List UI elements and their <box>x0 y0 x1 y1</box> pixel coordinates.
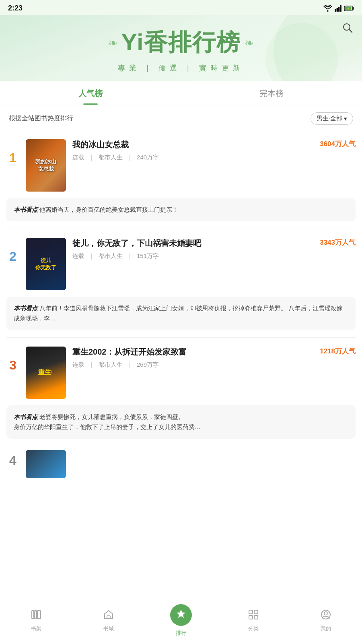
svg-point-8 <box>343 24 350 30</box>
book-title-1[interactable]: 我的冰山女总裁 <box>72 139 316 150</box>
filter-btn-label: 男生·全部 <box>317 115 342 122</box>
nav-mine[interactable]: 我的 <box>310 609 342 632</box>
book-title-3[interactable]: 重生2002：从拆迁开始发家致富 <box>72 347 316 357</box>
nav-ranking[interactable]: 排行 <box>165 604 197 637</box>
svg-rect-18 <box>254 615 258 619</box>
book-meta-1: 连载 ｜ 都市人生 ｜ 240万字 <box>72 154 356 161</box>
book-popularity-1: 3604万人气 <box>320 139 356 149</box>
book-meta-2: 连载 ｜ 都市人生 ｜ 151万字 <box>72 252 356 260</box>
banner-subtitle: 專業 | 優選 | 實時更新 <box>8 60 354 81</box>
signal-icon <box>335 5 342 12</box>
svg-marker-14 <box>177 609 185 618</box>
tab-popular[interactable]: 人气榜 <box>0 81 181 105</box>
book-main-row-1: 1 我的冰山女总裁 3604万人气 连载 ｜ 都市人生 ｜ 240万字 <box>6 130 356 198</box>
nav-bookshelf-label: 书架 <box>31 625 41 632</box>
svg-rect-16 <box>254 610 258 614</box>
bookshelf-icon <box>31 609 42 623</box>
rank-number-3: 3 <box>6 358 19 373</box>
banner-title-text: Yi香排行榜 <box>121 27 241 58</box>
status-time: 2:23 <box>8 4 23 12</box>
svg-rect-1 <box>337 8 338 12</box>
dropdown-icon: ▾ <box>344 115 347 122</box>
laurel-left-icon: ❧ <box>108 36 117 50</box>
svg-line-9 <box>350 30 352 33</box>
book-main-row-2: 2 徒儿，你无敌了，下山祸害未婚妻吧 3343万人气 连载 ｜ 都市人生 ｜ 1… <box>6 229 356 297</box>
book-status-1: 连载 <box>72 154 84 161</box>
highlight-label-1: 本书看点 <box>14 206 38 213</box>
mine-icon <box>320 609 331 623</box>
book-info-2: 徒儿，你无敌了，下山祸害未婚妻吧 3343万人气 连载 ｜ 都市人生 ｜ 151… <box>72 238 356 260</box>
book-genre-3: 都市人生 <box>99 361 123 369</box>
nav-categories-label: 分类 <box>248 625 259 632</box>
book-entry-3: 3 重生2002：从拆迁开始发家致富 1218万人气 连载 ｜ 都市人生 ｜ 2… <box>6 338 356 439</box>
book-list: 1 我的冰山女总裁 3604万人气 连载 ｜ 都市人生 ｜ 240万字 本书看点… <box>0 130 362 478</box>
filter-label: 根据全站图书热度排行 <box>9 114 73 123</box>
book-cover-1[interactable] <box>26 139 66 192</box>
nav-bookstore[interactable]: 书城 <box>93 609 125 632</box>
highlight-label-3: 本书看点 <box>14 413 38 420</box>
filter-row: 根据全站图书热度排行 男生·全部 ▾ <box>0 105 362 130</box>
search-button[interactable] <box>342 22 353 35</box>
banner-title: ❧ Yi香排行榜 ❧ <box>8 23 354 60</box>
status-icons: ⚡ <box>323 5 354 12</box>
highlight-label-2: 本书看点 <box>14 305 38 312</box>
book-cover-2[interactable] <box>26 238 66 290</box>
book-wordcount-3: 269万字 <box>137 361 159 369</box>
svg-rect-0 <box>335 9 336 12</box>
rank-number-1: 1 <box>6 151 19 165</box>
book-genre-2: 都市人生 <box>99 252 123 260</box>
highlight-text-1: 他离婚当天，身价百亿的绝美女总裁直接上门提亲！ <box>39 206 178 213</box>
highlight-card-3[interactable]: 本书看点 老婆将要惨死，女儿罹患重病，负债累累，家徒四壁。身价万亿的华阳重生了，… <box>6 405 356 439</box>
book-meta-3: 连载 ｜ 都市人生 ｜ 269万字 <box>72 361 356 369</box>
ranking-icon <box>176 609 186 621</box>
book-title-row-3: 重生2002：从拆迁开始发家致富 1218万人气 <box>72 347 356 357</box>
ranking-center-btn[interactable] <box>170 604 192 626</box>
status-bar: 2:23 ⚡ <box>0 0 362 15</box>
nav-mine-label: 我的 <box>321 625 331 632</box>
svg-rect-17 <box>249 615 253 619</box>
tabs-row: 人气榜 完本榜 <box>0 81 362 105</box>
book-title-row-1: 我的冰山女总裁 3604万人气 <box>72 139 356 150</box>
rank-number-4: 4 <box>6 453 19 468</box>
nav-bookshelf[interactable]: 书架 <box>20 609 52 632</box>
svg-rect-15 <box>249 610 253 614</box>
svg-rect-3 <box>340 5 342 12</box>
bookstore-icon <box>103 609 114 623</box>
book-entry-2: 2 徒儿，你无敌了，下山祸害未婚妻吧 3343万人气 连载 ｜ 都市人生 ｜ 1… <box>6 229 356 330</box>
header-banner: ❧ Yi香排行榜 ❧ 專業 | 優選 | 實時更新 <box>0 15 362 81</box>
bottom-nav: 书架 书城 排行 分类 <box>0 599 362 644</box>
book-entry-1: 1 我的冰山女总裁 3604万人气 连载 ｜ 都市人生 ｜ 240万字 本书看点… <box>6 130 356 221</box>
subtitle-text: 專業 | 優選 | 實時更新 <box>118 64 244 72</box>
svg-point-20 <box>324 612 327 615</box>
rank-number-2: 2 <box>6 249 19 264</box>
book-entry-4: 4 <box>6 446 356 478</box>
nav-bookstore-label: 书城 <box>103 625 114 632</box>
book-cover-4[interactable] <box>26 450 66 478</box>
book-main-row-4: 4 <box>6 446 356 478</box>
book-main-row-3: 3 重生2002：从拆迁开始发家致富 1218万人气 连载 ｜ 都市人生 ｜ 2… <box>6 338 356 405</box>
book-title-2[interactable]: 徒儿，你无敌了，下山祸害未婚妻吧 <box>72 238 316 248</box>
svg-text:⚡: ⚡ <box>347 7 350 10</box>
highlight-text-3: 老婆将要惨死，女儿罹患重病，负债累累，家徒四壁。身价万亿的华阳重生了，他救下了上… <box>14 413 201 431</box>
wifi-icon <box>323 5 332 12</box>
highlight-card-2[interactable]: 本书看点 八年前！李道风捐骨髓救下江雪瑶，成为江家上门女婿，却被恩将仇报，挖掉脊… <box>6 297 356 330</box>
filter-button[interactable]: 男生·全部 ▾ <box>311 112 353 125</box>
highlight-card-1[interactable]: 本书看点 他离婚当天，身价百亿的绝美女总裁直接上门提亲！ <box>6 198 356 221</box>
tab-complete[interactable]: 完本榜 <box>181 81 362 105</box>
book-popularity-3: 1218万人气 <box>320 347 356 356</box>
svg-rect-13 <box>107 616 110 619</box>
book-popularity-2: 3343万人气 <box>320 238 356 247</box>
svg-rect-12 <box>37 611 41 619</box>
svg-rect-10 <box>32 611 34 619</box>
book-status-2: 连载 <box>72 252 84 260</box>
book-wordcount-1: 240万字 <box>137 154 159 161</box>
svg-rect-2 <box>338 7 340 12</box>
nav-categories[interactable]: 分类 <box>237 609 269 632</box>
categories-icon <box>248 609 259 623</box>
laurel-right-icon: ❧ <box>245 36 254 50</box>
book-genre-1: 都市人生 <box>99 154 123 161</box>
book-cover-3[interactable] <box>26 347 66 399</box>
battery-icon: ⚡ <box>344 6 354 11</box>
book-info-3: 重生2002：从拆迁开始发家致富 1218万人气 连载 ｜ 都市人生 ｜ 269… <box>72 347 356 369</box>
book-title-row-2: 徒儿，你无敌了，下山祸害未婚妻吧 3343万人气 <box>72 238 356 248</box>
